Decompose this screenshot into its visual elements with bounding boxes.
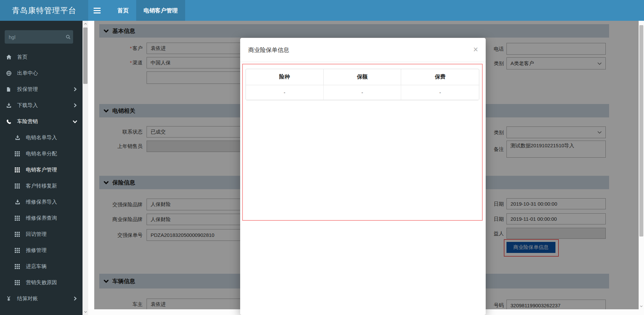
search-input[interactable] (5, 34, 63, 40)
sidebar-item-label: 下载导入 (17, 102, 38, 109)
grid-icon (15, 232, 23, 237)
sidebar-item-label: 进店车辆 (26, 263, 47, 270)
table-header-cell: 险种 (246, 69, 324, 85)
sidebar-item-label: 出单中心 (17, 70, 38, 77)
scroll-down-icon[interactable] (83, 310, 88, 314)
sidebar-item[interactable]: 进店车辆 (0, 258, 83, 274)
top-header: 青岛康特管理平台 首页电销客户管理 39 lilumin@xt (0, 0, 644, 21)
sidebar-item[interactable]: 下载导入 (0, 97, 83, 113)
modal-dialog: 商业险保单信息 × 险种保额保费--- (240, 38, 486, 315)
sidebar-item[interactable]: 维修保养查询 (0, 210, 83, 226)
table-cell: - (401, 85, 479, 100)
table-header-cell: 保费 (401, 69, 479, 85)
sidebar-item[interactable]: 营销失败原因 (0, 274, 83, 291)
download-icon (15, 135, 23, 141)
sidebar-menu: 首页出单中心投保管理下载导入车险营销电销名单导入电销名单分配电销客户管理客户转移… (0, 49, 83, 307)
sidebar-item[interactable]: 车险营销 (0, 113, 83, 129)
sidebar-item-label: 回访管理 (26, 231, 47, 238)
sidebar-item-label: 车险营销 (17, 118, 38, 125)
yen-icon (6, 296, 14, 301)
sidebar-item-label: 营销失败原因 (26, 279, 57, 286)
sidebar-item[interactable]: 电销客户管理 (0, 162, 83, 178)
sidebar-item[interactable]: 客户转移复新 (0, 178, 83, 194)
sidebar-item-label: 投保管理 (17, 86, 38, 93)
sidebar-item-label: 电销名单导入 (26, 134, 57, 141)
chevron-down-icon (73, 113, 77, 129)
modal-title: 商业险保单信息 (248, 46, 289, 54)
grid-icon (15, 280, 23, 285)
sidebar-item-label: 推修管理 (26, 247, 47, 254)
sidebar-item-label: 首页 (17, 54, 28, 61)
sidebar-item[interactable]: 维修保养导入 (0, 194, 83, 210)
table-header-cell: 保额 (324, 69, 401, 85)
header-tab[interactable]: 电销客户管理 (136, 0, 185, 21)
sidebar-item[interactable]: 结算对账 (0, 291, 83, 307)
file-icon (6, 87, 14, 92)
chevron-right-icon (73, 97, 77, 113)
phone-icon (6, 119, 14, 124)
modal-header: 商业险保单信息 (240, 38, 486, 62)
app-logo[interactable]: 青岛康特管理平台 (0, 0, 88, 21)
app-root: 青岛康特管理平台 首页电销客户管理 39 lilumin@xt (0, 0, 644, 315)
sidebar-item[interactable]: 出单中心 (0, 65, 83, 81)
header-tab-label: 电销客户管理 (144, 7, 178, 14)
content-vertical-scrollbar[interactable] (639, 21, 644, 309)
sidebar-item-label: 维修保养导入 (26, 199, 57, 206)
sidebar-item[interactable]: 回访管理 (0, 226, 83, 242)
search-icon[interactable] (63, 35, 73, 40)
header-tab[interactable]: 首页 (110, 0, 136, 21)
close-icon[interactable]: × (471, 45, 480, 54)
grid-icon (15, 151, 23, 156)
content-scrollbar-thumb[interactable] (639, 25, 643, 237)
scroll-up-icon[interactable] (83, 21, 88, 26)
download-icon (6, 103, 14, 108)
sidebar-scrollbar[interactable] (83, 21, 88, 315)
grid-icon (15, 167, 23, 172)
download-icon (15, 199, 23, 205)
sidebar-item[interactable]: 投保管理 (0, 81, 83, 97)
sidebar-item-label: 维修保养查询 (26, 215, 57, 222)
modal-highlight-box: 险种保额保费--- (242, 64, 483, 221)
sidebar-item-label: 电销客户管理 (26, 166, 57, 173)
sidebar-item[interactable]: 电销名单导入 (0, 129, 83, 146)
sidebar-search (5, 30, 73, 44)
sidebar-item[interactable]: 推修管理 (0, 242, 83, 258)
scroll-down-icon[interactable] (639, 304, 644, 309)
grid-icon (15, 264, 23, 269)
grid-icon (15, 183, 23, 189)
home-icon (6, 54, 14, 60)
header-tab-label: 首页 (117, 7, 129, 14)
table-cell: - (324, 85, 401, 100)
sidebar-scrollbar-thumb[interactable] (83, 28, 88, 84)
hamburger-menu-icon[interactable] (88, 0, 106, 21)
sidebar-item-label: 电销名单分配 (26, 150, 57, 157)
sidebar-item-label: 客户转移复新 (26, 182, 57, 190)
chevron-right-icon (73, 81, 77, 97)
globe-icon (6, 70, 14, 76)
sidebar: 首页出单中心投保管理下载导入车险营销电销名单导入电销名单分配电销客户管理客户转移… (0, 21, 83, 315)
grid-icon (15, 248, 23, 253)
sidebar-item[interactable]: 首页 (0, 49, 83, 65)
sidebar-item-label: 结算对账 (17, 295, 38, 302)
sidebar-item[interactable]: 电销名单分配 (0, 146, 83, 162)
grid-icon (15, 216, 23, 221)
chevron-right-icon (73, 291, 77, 307)
table-cell: - (246, 85, 324, 100)
policy-table: 险种保额保费--- (246, 69, 479, 100)
